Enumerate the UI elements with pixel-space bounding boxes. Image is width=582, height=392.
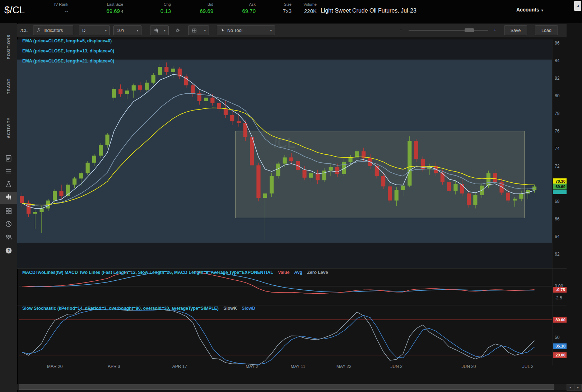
svg-text:50: 50 xyxy=(555,335,560,340)
candlestick-chart-icon[interactable] xyxy=(5,193,13,201)
zoom-slider-track[interactable] xyxy=(409,30,488,31)
help-icon[interactable]: ? xyxy=(5,247,13,255)
price-axis[interactable]: 86848280787674727068666462 xyxy=(555,41,560,257)
svg-text:JUL 2: JUL 2 xyxy=(522,364,534,369)
svg-text:MAY 2: MAY 2 xyxy=(246,364,258,369)
svg-text:68: 68 xyxy=(555,199,560,204)
quote-field-volume: Volume 220K xyxy=(294,2,317,14)
sidebar-tab-activity[interactable]: ACTIVITY xyxy=(0,111,17,144)
svg-text:80: 80 xyxy=(555,93,560,98)
macd-legend-value: Value xyxy=(278,270,289,275)
layout-dropdown[interactable]: ▾ xyxy=(188,25,209,35)
sidebar-tab-trade[interactable]: TRADE xyxy=(0,74,17,99)
scroll-right-button[interactable]: ▸ xyxy=(574,384,582,391)
symbol-title: $/CL xyxy=(4,5,25,16)
svg-text:35.10: 35.10 xyxy=(555,344,565,348)
ema21-study-label[interactable]: EMA (price=CLOSE, length=21, displace=0) xyxy=(22,59,114,64)
chevron-down-icon: ▾ xyxy=(270,29,272,32)
quote-field-size: Size 7x3 xyxy=(275,2,292,14)
stoch-plot xyxy=(22,309,534,365)
macd-legend-avg: Avg xyxy=(294,270,302,275)
svg-text:-2.5: -2.5 xyxy=(555,295,562,300)
contract-title: Light Sweet Crude Oil Futures, Jul-23 xyxy=(321,8,416,14)
zoom-out-button[interactable]: - xyxy=(400,27,402,33)
svg-text:86: 86 xyxy=(555,41,560,46)
svg-text:JUN 2: JUN 2 xyxy=(391,364,403,369)
stoch-slowk-line xyxy=(22,309,534,365)
chart-canvas[interactable]: 868482807876747270686664620.00-2.5-0.755… xyxy=(17,37,567,373)
range-dropdown[interactable]: 10Y ▾ xyxy=(113,25,141,35)
chevron-left-icon: ◂ xyxy=(577,4,579,8)
trading-platform-window: $/CL IV Rank -- Last Size 69.694 Chg 0.1… xyxy=(0,0,582,392)
people-icon[interactable] xyxy=(5,233,13,241)
svg-text:JUN 20: JUN 20 xyxy=(462,364,476,369)
left-sidebar: POSITIONS TRADE ACTIVITY ? xyxy=(0,23,18,392)
indicators-button[interactable]: Indicators xyxy=(33,25,73,35)
svg-text:APR 3: APR 3 xyxy=(108,364,120,369)
last-price: 69.69 xyxy=(106,8,120,14)
svg-text:78: 78 xyxy=(555,111,560,116)
macd-study-label[interactable]: MACDTwoLines(tw) MACD Two Lines (Fast Le… xyxy=(22,270,332,275)
zoom-slider-handle[interactable] xyxy=(465,28,474,32)
save-button[interactable]: Save xyxy=(504,25,527,35)
svg-text:MAY 22: MAY 22 xyxy=(336,364,351,369)
chevron-right-icon: ▸ xyxy=(577,386,579,389)
stoch-legend-slowd: SlowD xyxy=(242,306,255,311)
chevron-down-icon: ▾ xyxy=(136,29,138,32)
sidebar-tab-positions[interactable]: POSITIONS xyxy=(0,29,17,65)
svg-text:70.30: 70.30 xyxy=(555,179,565,183)
document-icon[interactable] xyxy=(5,154,13,162)
grid-icon[interactable] xyxy=(5,207,13,215)
ema5-study-label[interactable]: EMA (price=CLOSE, length=5, displace=0) xyxy=(22,38,112,43)
scroll-left-button[interactable]: ◂ xyxy=(567,384,574,391)
svg-text:66: 66 xyxy=(555,216,560,221)
svg-text:84: 84 xyxy=(555,58,560,63)
clock-icon[interactable] xyxy=(5,220,13,228)
chevron-down-icon: ▾ xyxy=(204,29,206,32)
svg-text:MAR 20: MAR 20 xyxy=(47,364,63,369)
ema13-study-label[interactable]: EMA (price=CLOSE, length=13, displace=0) xyxy=(22,48,114,53)
flask-icon xyxy=(36,28,41,33)
time-scrollbar-thumb[interactable] xyxy=(19,384,554,390)
price-axis-tags: 70.3069.69 xyxy=(553,178,567,194)
list-icon[interactable] xyxy=(5,167,13,175)
macd-legend-zero: Zero Leve xyxy=(307,270,328,275)
quote-field-last-size: Last Size 69.694 xyxy=(84,2,123,14)
chart-symbol-label: /CL xyxy=(20,28,28,33)
chart-toolbar: /CL Indicators D ▾ 10Y ▾ ▾ ▾ No Tool ▾ xyxy=(17,24,567,37)
zoom-in-button[interactable]: + xyxy=(493,27,497,33)
svg-text:62: 62 xyxy=(555,252,560,257)
quote-header: $/CL IV Rank -- Last Size 69.694 Chg 0.1… xyxy=(0,0,582,23)
quote-field-chg: Chg 0.13 xyxy=(143,2,171,14)
load-button[interactable]: Load xyxy=(535,25,558,35)
svg-text:APR 17: APR 17 xyxy=(172,364,187,369)
flask-icon[interactable] xyxy=(5,180,13,188)
stoch-legend-slowk: SlowK xyxy=(223,306,237,311)
quote-field-bid: Bid 69.69 xyxy=(185,2,213,14)
gear-icon xyxy=(175,27,180,33)
svg-text:20.00: 20.00 xyxy=(555,353,565,357)
chevron-down-icon: ▾ xyxy=(105,29,107,32)
drawing-tool-dropdown[interactable]: No Tool ▾ xyxy=(217,25,275,35)
chevron-left-icon: ◂ xyxy=(569,386,571,389)
svg-text:72: 72 xyxy=(555,164,560,169)
last-size-value: 4 xyxy=(121,9,123,14)
accounts-menu[interactable]: Accounts▾ xyxy=(516,7,543,13)
stoch-slowd-line xyxy=(22,309,534,364)
chart-style-dropdown[interactable]: ▾ xyxy=(150,25,169,35)
stochastic-study-label[interactable]: Slow Stochastic (kPeriod=14, dPeriod=3, … xyxy=(22,306,259,311)
collapse-panel-button[interactable]: ◂ xyxy=(574,1,581,11)
svg-text:-0.75: -0.75 xyxy=(556,288,565,292)
chevron-down-icon: ▾ xyxy=(541,8,543,12)
timeframe-dropdown[interactable]: D ▾ xyxy=(79,25,110,35)
chevron-down-icon: ▾ xyxy=(164,29,166,32)
layout-grid-icon xyxy=(191,28,197,33)
time-axis[interactable]: MAR 20APR 3APR 17MAY 2MAY 11MAY 22JUN 2J… xyxy=(47,364,534,369)
svg-text:69.69: 69.69 xyxy=(555,185,565,189)
svg-text:82: 82 xyxy=(555,76,560,81)
chart-settings-button[interactable] xyxy=(172,25,183,35)
quote-field-iv-rank: IV Rank -- xyxy=(42,2,68,14)
svg-text:64: 64 xyxy=(555,234,560,239)
quote-field-ask: Ask 69.70 xyxy=(228,2,256,14)
svg-text:80.00: 80.00 xyxy=(555,318,565,322)
